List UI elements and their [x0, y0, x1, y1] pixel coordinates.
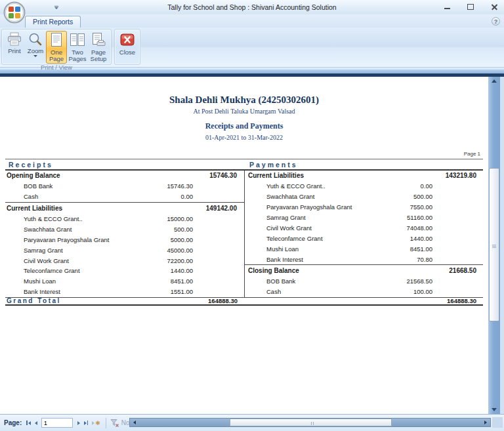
vertical-scrollbar[interactable]	[488, 77, 500, 414]
scroll-right-icon[interactable]	[484, 421, 487, 424]
item-row: Civil Work Grant74048.00	[245, 222, 483, 233]
two-pages-icon	[70, 32, 85, 48]
ledger-name: Paryavaran Prayogshala Grant	[5, 236, 140, 243]
one-page-icon	[50, 32, 63, 48]
last-page-button[interactable]	[84, 421, 89, 425]
statusbar: Page: ✱ No Filter	[0, 414, 504, 431]
ledger-name: Civil Work Grant	[5, 257, 140, 264]
ledger-amount: 7550.00	[380, 203, 432, 211]
scroll-left-icon[interactable]	[133, 421, 136, 424]
previous-page-button[interactable]	[35, 421, 37, 425]
maximize-button[interactable]	[466, 3, 475, 10]
page-setup-icon	[91, 32, 106, 48]
table-header-row: Receipts Payments	[5, 159, 483, 171]
item-row: Paryavaran Prayogshala Grant7550.00	[245, 202, 483, 213]
first-page-button[interactable]	[26, 421, 31, 425]
section-total: 21668.50	[432, 267, 476, 274]
zoom-icon	[28, 32, 43, 47]
ribbon: Print Zoom One Page	[0, 28, 504, 68]
ledger-name: Mushi Loan	[245, 245, 380, 253]
grand-total-receipts: 164888.30	[194, 297, 238, 304]
payments-column-header: Payments	[249, 161, 298, 169]
office-logo-icon	[3, 1, 26, 24]
tab-print-reports[interactable]: Print Reports	[25, 16, 81, 28]
ledger-amount: 15746.30	[140, 182, 193, 190]
close-button[interactable]	[490, 3, 499, 10]
ribbon-group-close: Close	[114, 29, 140, 65]
grand-total-label: Grand Total	[5, 297, 194, 304]
office-button[interactable]	[3, 1, 26, 24]
ledger-amount: 21568.50	[380, 277, 432, 285]
item-row: Bank Interest70.80	[245, 254, 483, 264]
page-setup-button[interactable]: Page Setup	[88, 31, 109, 63]
page-number-input[interactable]	[41, 418, 73, 428]
ledger-name: Teleconfarnce Grant	[245, 235, 380, 242]
ledger-amount: 74048.00	[380, 224, 432, 232]
ledger-amount: 0.00	[140, 193, 193, 200]
report-header: Shala Dehli Mukhya (24250302601) At Post…	[0, 77, 488, 141]
zoom-button[interactable]: Zoom	[25, 31, 46, 62]
quick-access-dropdown-icon[interactable]	[52, 3, 60, 11]
grand-total-row: Grand Total 164888.30 164888.30	[5, 297, 483, 306]
scroll-up-icon[interactable]	[488, 77, 500, 85]
receipts-payments-table: Receipts Payments Opening Balance15746.3…	[5, 159, 483, 306]
vertical-scroll-track[interactable]	[488, 85, 500, 405]
horizontal-scrollbar[interactable]	[129, 418, 491, 427]
report-page[interactable]: Shala Dehli Mukhya (24250302601) At Post…	[0, 77, 488, 414]
ledger-amount: 8451.00	[380, 245, 432, 253]
new-page-button[interactable]: ✱	[92, 421, 100, 425]
ribbon-group-print-view: Print Zoom One Page	[1, 29, 112, 65]
ledger-amount: 51160.00	[380, 214, 432, 221]
one-page-button[interactable]: One Page	[46, 31, 67, 64]
ledger-amount: 72200.00	[140, 257, 193, 264]
item-row: BOB Bank21568.50	[245, 276, 483, 287]
page-number-label: Page 1	[0, 151, 488, 157]
grand-total-payments: 164888.30	[432, 297, 476, 304]
payments-column: Current Liabilities143219.80Yuth & ECCO …	[245, 171, 483, 297]
ledger-amount: 1440.00	[140, 267, 193, 274]
item-row: Mushi Loan8451.00	[5, 276, 244, 287]
scroll-down-icon[interactable]	[488, 405, 500, 414]
horizontal-scroll-thumb[interactable]	[230, 419, 392, 426]
section-row: Opening Balance15746.30	[5, 171, 244, 181]
item-row: BOB Bank15746.30	[5, 181, 244, 192]
section-total: 15746.30	[193, 172, 237, 179]
app-window: Tally for School and Shop : Shivani Acco…	[0, 0, 504, 431]
item-row: Cash0.00	[5, 192, 244, 202]
window-title: Tally for School and Shop : Shivani Acco…	[0, 3, 504, 11]
titlebar: Tally for School and Shop : Shivani Acco…	[0, 0, 504, 14]
ledger-amount: 100.00	[380, 288, 432, 295]
print-button[interactable]: Print	[4, 31, 25, 62]
page-nav-label: Page:	[4, 419, 22, 426]
next-page-button[interactable]	[77, 421, 80, 425]
minimize-button[interactable]	[442, 3, 452, 10]
ledger-amount: 1551.00	[140, 288, 193, 295]
ledger-amount: 500.00	[140, 226, 193, 233]
report-title: Shala Dehli Mukhya (24250302601)	[0, 94, 488, 106]
help-icon[interactable]: ?	[492, 17, 500, 26]
ledger-name: Yuth & ECCO Grant..	[5, 215, 140, 222]
scrollbar-corner	[492, 417, 503, 428]
vertical-scroll-thumb[interactable]	[489, 168, 499, 321]
item-row: Samrag Grant45000.00	[5, 245, 244, 255]
item-row: Civil Work Grant72200.00	[5, 255, 244, 266]
ledger-name: BOB Bank	[5, 182, 140, 190]
ledger-name: Civil Work Grant	[245, 224, 380, 232]
section-total: 143219.80	[432, 172, 476, 179]
two-pages-button[interactable]: Two Pages	[67, 31, 88, 63]
section-name: Closing Balance	[245, 267, 380, 274]
section-row: Current Liabilities143219.80	[245, 171, 483, 181]
ledger-amount: 8451.00	[140, 277, 193, 285]
chevron-down-icon	[33, 55, 37, 57]
section-total: 149142.00	[193, 205, 237, 212]
section-row: Closing Balance21668.50	[245, 266, 483, 276]
ledger-name: Paryavaran Prayogshala Grant	[245, 203, 380, 211]
close-preview-button[interactable]: Close	[117, 31, 138, 62]
item-row: Cash100.00	[245, 287, 483, 297]
item-row: Yuth & ECCO Grant..0.00	[245, 181, 483, 192]
print-icon	[7, 32, 22, 47]
section-name: Current Liabilities	[245, 172, 380, 179]
ribbon-tab-row: Print Reports ?	[0, 14, 504, 28]
section-name: Opening Balance	[5, 172, 140, 179]
report-heading: Receipts and Payments	[0, 121, 488, 131]
